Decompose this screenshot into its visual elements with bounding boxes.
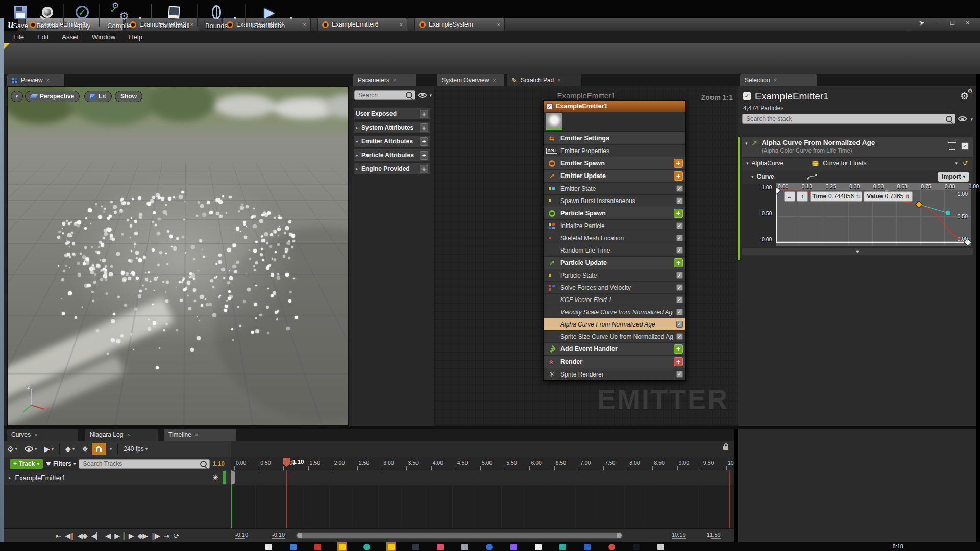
section-expand-icon[interactable]: ▸: [356, 139, 359, 144]
emitter-track-row[interactable]: ▸ ExampleEmitter1 ✳: [4, 470, 231, 485]
stack-item-sprite-renderer[interactable]: ✳Sprite Renderer✓: [544, 368, 685, 380]
options-wrench-button[interactable]: ⚙▾: [4, 445, 21, 453]
browse-button[interactable]: Browse: [34, 1, 61, 31]
visibility-caret-icon[interactable]: ▾: [429, 93, 432, 98]
enabled-checkbox[interactable]: ✓: [676, 272, 683, 279]
enabled-checkbox[interactable]: ✓: [676, 309, 683, 315]
stack-item-sprite-size-curve-up-from-normalized-age[interactable]: Sprite Size Curve Up from Normalized Age…: [544, 330, 685, 342]
stack-search[interactable]: [742, 114, 955, 124]
parameters-search-input[interactable]: [357, 91, 406, 99]
filters-button[interactable]: Filters ▾: [46, 460, 76, 467]
taskbar-app-icon[interactable]: [363, 544, 370, 550]
add-module-button[interactable]: +: [674, 159, 683, 168]
taskbar-app-icon[interactable]: [633, 544, 640, 550]
step-forward-frames-button[interactable]: ∥▶: [152, 532, 160, 540]
time-spinner-icon[interactable]: ⇅: [856, 194, 860, 199]
value-spinner-icon[interactable]: ⇅: [905, 194, 910, 199]
taskbar-app-icon[interactable]: [314, 544, 321, 550]
emitter-node-header[interactable]: ✓ ExampleEmitter1: [544, 101, 685, 112]
add-parameter-button[interactable]: +: [420, 165, 428, 173]
playhead-line[interactable]: [286, 470, 287, 528]
taskbar-app-icon[interactable]: [388, 544, 395, 550]
thumbnail-button[interactable]: Thumbnail: [156, 1, 192, 31]
section-expander[interactable]: ▼: [742, 248, 973, 255]
stack-item-add-event-handler[interactable]: Add Event Handler+: [544, 342, 685, 355]
selection-emitter-checkbox[interactable]: ✓: [743, 92, 751, 100]
playback-options-button[interactable]: ▶▾: [41, 445, 57, 453]
alphacurve-row[interactable]: ▾ AlphaCurve Curve for Floats ▾ ↺: [742, 157, 973, 169]
selection-close-icon[interactable]: ×: [773, 77, 776, 83]
taskbar-app-icon[interactable]: [559, 544, 566, 550]
range-end-value[interactable]: 11.59: [707, 532, 721, 539]
section-expand-icon[interactable]: ▸: [356, 125, 359, 130]
curve-editor[interactable]: 0.000.130.250.380.500.630.750.881.00 1.0…: [776, 183, 971, 246]
stack-item-random-life-time[interactable]: Random Life Time✓: [544, 244, 685, 256]
doc-tab-ExampleSystem[interactable]: ExampleSystem×: [414, 18, 505, 31]
reset-to-default-icon[interactable]: ↺: [963, 160, 968, 167]
scratch-pad-close-icon[interactable]: ×: [557, 77, 560, 83]
lit-button[interactable]: Lit: [84, 91, 112, 102]
tab-parameters[interactable]: Parameters ×: [353, 74, 416, 86]
timeline-scrollbar[interactable]: [296, 532, 623, 539]
taskbar-app-icon[interactable]: [339, 544, 346, 550]
taskbar-app-icon[interactable]: [608, 544, 615, 550]
range-start-value[interactable]: -0.10: [235, 532, 248, 539]
timeline-scroll-thumb[interactable]: [297, 533, 622, 538]
viewport-options-button[interactable]: ▾: [11, 91, 23, 102]
enabled-checkbox[interactable]: ✓: [676, 284, 683, 291]
stack-visibility-eye-icon[interactable]: [958, 116, 967, 121]
add-parameter-button[interactable]: +: [420, 123, 428, 132]
param-section-emitter-attributes[interactable]: ▸Emitter Attributes+: [354, 136, 430, 147]
stack-item-emitter-spawn[interactable]: Emitter Spawn+: [544, 157, 685, 169]
maximize-button[interactable]: □: [947, 19, 958, 27]
trash-icon[interactable]: [949, 143, 955, 150]
track-expander-icon[interactable]: ▸: [9, 475, 11, 480]
add-module-button[interactable]: +: [674, 171, 683, 181]
show-button[interactable]: Show: [115, 91, 142, 102]
jump-to-end-button[interactable]: ⇥: [164, 532, 169, 540]
minimize-button[interactable]: –: [932, 19, 942, 27]
auto-key-button[interactable]: ❖: [78, 445, 92, 453]
next-key-button[interactable]: ◆▶: [137, 532, 148, 540]
emitter-enabled-checkbox[interactable]: ✓: [546, 103, 553, 110]
stack-item-spawn-burst-instantaneous[interactable]: Spawn Burst Instantaneous✓: [544, 194, 685, 207]
compile-button[interactable]: ⚙⚙✓ Compile: [104, 1, 135, 31]
tab-curves[interactable]: Curves ×: [7, 429, 78, 441]
curve-type-dropdown-icon[interactable]: ▾: [955, 161, 958, 166]
module-header[interactable]: ▾ ↗ Alpha Curve From Normalized Age (Alp…: [742, 137, 973, 157]
stack-item-particle-spawn[interactable]: Particle Spawn+: [544, 207, 685, 219]
add-parameter-button[interactable]: +: [420, 137, 428, 146]
stack-item-emitter-state[interactable]: Emitter State✓: [544, 182, 685, 194]
emitter-node[interactable]: ✓ ExampleEmitter1 ⇆Emitter SettingsCPUEm…: [543, 100, 686, 381]
stack-item-solve-forces-and-velocity[interactable]: Solve Forces and Velocity✓: [544, 281, 685, 293]
step-forward-button[interactable]: ▏▶: [124, 532, 134, 540]
tab-niagara-log[interactable]: Niagara Log ×: [85, 429, 158, 441]
param-section-system-attributes[interactable]: ▸System Attributes+: [354, 122, 430, 133]
view-start-value[interactable]: -0.10: [272, 532, 285, 539]
save-button[interactable]: Save: [7, 1, 34, 31]
taskbar-app-icon[interactable]: [437, 544, 444, 550]
taskbar-app-icon[interactable]: [265, 544, 272, 550]
stack-item-velocity-scale-curve-from-normalized-age[interactable]: Velocity Scale Curve from Normalized Age…: [544, 306, 685, 318]
doc-tab-close-icon[interactable]: ×: [400, 21, 403, 28]
visibility-eye-icon[interactable]: [418, 93, 427, 98]
range-end-line[interactable]: [729, 470, 730, 528]
module-collapse-icon[interactable]: ▾: [745, 141, 748, 146]
stack-item-initialize-particle[interactable]: Initialize Particle✓: [544, 219, 685, 232]
taskbar-app-icon[interactable]: [412, 544, 419, 550]
fps-dropdown[interactable]: 240 fps ▾: [120, 445, 151, 453]
apply-button[interactable]: ✓ Apply: [68, 1, 96, 31]
enabled-checkbox[interactable]: ✓: [676, 197, 683, 204]
bounds-dropdown-icon[interactable]: ▾: [234, 15, 236, 21]
search-tracks[interactable]: [79, 459, 209, 469]
menu-edit[interactable]: Edit: [31, 32, 55, 42]
step-back-frames-button[interactable]: ◀∥: [65, 532, 73, 540]
section-handle[interactable]: [231, 471, 235, 484]
menu-help[interactable]: Help: [122, 32, 149, 42]
enabled-checkbox[interactable]: ✓: [676, 222, 683, 229]
enabled-checkbox[interactable]: ✓: [676, 371, 683, 378]
section-expand-icon[interactable]: ▸: [356, 153, 359, 158]
stack-item-skeletal-mesh-location[interactable]: Skeletal Mesh Location✓: [544, 232, 685, 244]
curve-row[interactable]: ▾ Curve Import ▾: [742, 169, 973, 184]
add-module-button[interactable]: +: [674, 344, 683, 354]
